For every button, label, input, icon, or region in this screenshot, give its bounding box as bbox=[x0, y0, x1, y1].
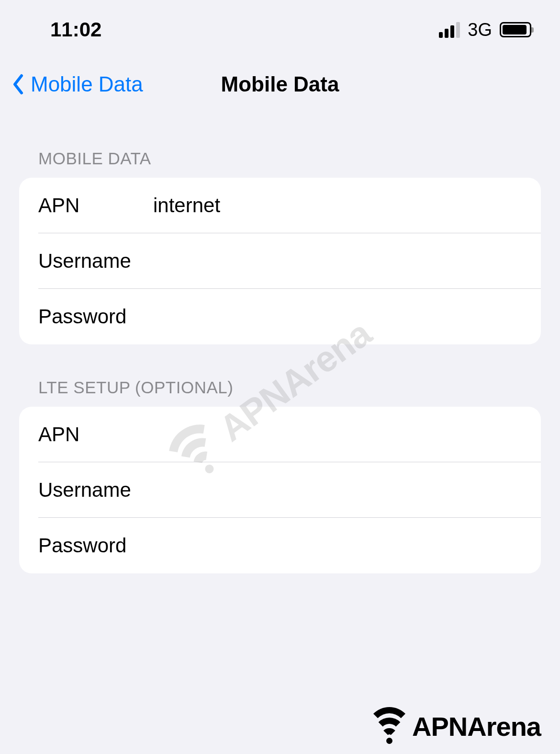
watermark-bottom: APNArena bbox=[367, 707, 541, 745]
page-title: Mobile Data bbox=[221, 72, 339, 96]
label-username: Username bbox=[38, 250, 153, 273]
watermark-text: APNArena bbox=[412, 711, 541, 742]
row-lte-apn[interactable]: APN bbox=[19, 407, 541, 462]
label-lte-username: Username bbox=[38, 479, 153, 502]
chevron-back-icon bbox=[10, 74, 26, 95]
section-lte-setup: LTE SETUP (OPTIONAL) APN Username Passwo… bbox=[0, 378, 560, 573]
back-label: Mobile Data bbox=[31, 72, 143, 96]
input-lte-apn[interactable] bbox=[153, 423, 522, 446]
back-button[interactable]: Mobile Data bbox=[10, 72, 143, 96]
battery-icon bbox=[500, 22, 531, 37]
input-password[interactable] bbox=[153, 305, 522, 328]
section-mobile-data: MOBILE DATA APN Username Password bbox=[0, 149, 560, 344]
row-username[interactable]: Username bbox=[19, 233, 541, 289]
label-lte-apn: APN bbox=[38, 423, 153, 446]
input-username[interactable] bbox=[153, 250, 522, 273]
section-header-lte: LTE SETUP (OPTIONAL) bbox=[0, 378, 560, 407]
label-password: Password bbox=[38, 305, 153, 328]
row-lte-password[interactable]: Password bbox=[19, 518, 541, 573]
row-apn[interactable]: APN bbox=[19, 178, 541, 233]
input-lte-username[interactable] bbox=[153, 479, 522, 502]
section-header-mobile-data: MOBILE DATA bbox=[0, 149, 560, 178]
section-card: APN Username Password bbox=[19, 178, 541, 344]
navigation-bar: Mobile Data Mobile Data bbox=[0, 56, 560, 115]
signal-icon bbox=[439, 22, 460, 38]
status-bar: 11:02 3G bbox=[0, 0, 560, 56]
row-lte-username[interactable]: Username bbox=[19, 462, 541, 518]
row-password[interactable]: Password bbox=[19, 289, 541, 344]
label-apn: APN bbox=[38, 194, 153, 217]
network-type: 3G bbox=[468, 20, 492, 40]
input-lte-password[interactable] bbox=[153, 534, 522, 557]
input-apn[interactable] bbox=[153, 194, 522, 217]
status-time: 11:02 bbox=[50, 18, 101, 41]
section-card: APN Username Password bbox=[19, 407, 541, 573]
wifi-icon bbox=[367, 707, 412, 745]
label-lte-password: Password bbox=[38, 534, 153, 557]
status-indicators: 3G bbox=[439, 20, 531, 40]
